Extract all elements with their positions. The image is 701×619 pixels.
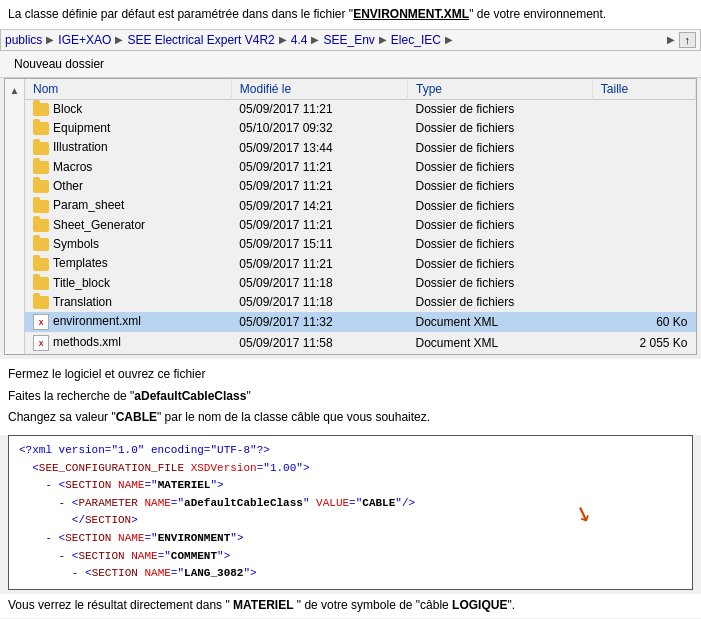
file-modified-cell: 05/09/2017 11:58	[231, 333, 407, 354]
file-name: Block	[53, 102, 82, 116]
column-size[interactable]: Taille	[592, 79, 695, 100]
file-size-cell	[592, 215, 695, 234]
nav-back-button[interactable]: ↑	[679, 32, 697, 48]
instruction-line2-post: "	[246, 389, 250, 403]
file-type-cell: Dossier de fichiers	[408, 235, 593, 254]
instruction-line1: Fermez le logiciel et ouvrez ce fichier	[8, 365, 693, 384]
file-size-cell	[592, 196, 695, 215]
file-name-cell: Title_block	[25, 273, 231, 292]
arrow-4: ▶	[311, 34, 319, 45]
search-term: aDefaultCableClass	[134, 389, 246, 403]
table-header-row: Nom Modifié le Type Taille	[25, 79, 696, 100]
file-name: Param_sheet	[53, 198, 124, 212]
final-text: Vous verrez le résultat directement dans…	[0, 594, 701, 618]
folder-icon	[33, 277, 49, 290]
file-size-cell	[592, 235, 695, 254]
file-modified-cell: 05/09/2017 13:44	[231, 138, 407, 157]
file-size-cell	[592, 254, 695, 273]
file-type-cell: Dossier de fichiers	[408, 157, 593, 176]
file-name: environment.xml	[53, 315, 141, 329]
path-segment-3: SEE Electrical Expert V4R2	[127, 33, 274, 47]
file-table: Nom Modifié le Type Taille Block05/09/20…	[25, 79, 696, 355]
code-line-8: - <SECTION NAME="LANG_3082">	[19, 565, 682, 583]
file-name-cell: Equipment	[25, 119, 231, 138]
column-type[interactable]: Type	[408, 79, 593, 100]
sidebar-up-arrow[interactable]: ▲	[10, 85, 20, 96]
path-segment-2: IGE+XAO	[58, 33, 111, 47]
arrow-6: ▶	[445, 34, 453, 45]
file-name: Other	[53, 179, 83, 193]
final-mid: " de votre symbole de "câble	[294, 598, 453, 612]
sidebar-nav: ▲	[5, 79, 25, 355]
file-name: Equipment	[53, 121, 110, 135]
table-row[interactable]: Block05/09/2017 11:21Dossier de fichiers	[25, 99, 696, 118]
table-row[interactable]: Illustration05/09/2017 13:44Dossier de f…	[25, 138, 696, 157]
final-post: ".	[507, 598, 515, 612]
toolbar: Nouveau dossier	[0, 51, 701, 78]
new-folder-button[interactable]: Nouveau dossier	[8, 55, 110, 73]
file-name-cell: Xenvironment.xml	[25, 312, 231, 333]
file-name: Translation	[53, 295, 112, 309]
table-row[interactable]: Sheet_Generator05/09/2017 11:21Dossier d…	[25, 215, 696, 234]
file-modified-cell: 05/09/2017 11:18	[231, 293, 407, 312]
table-row[interactable]: Other05/09/2017 11:21Dossier de fichiers	[25, 177, 696, 196]
file-modified-cell: 05/10/2017 09:32	[231, 119, 407, 138]
table-row[interactable]: Templates05/09/2017 11:21Dossier de fich…	[25, 254, 696, 273]
file-name-cell: Other	[25, 177, 231, 196]
file-type-cell: Dossier de fichiers	[408, 273, 593, 292]
code-line-1: <?xml version="1.0" encoding="UTF-8"?>	[19, 442, 682, 460]
path-segment-5: SEE_Env	[323, 33, 374, 47]
file-size-cell	[592, 293, 695, 312]
filename-highlight: ENVIRONMENT.XML	[353, 7, 469, 21]
file-type-cell: Document XML	[408, 312, 593, 333]
table-row[interactable]: Macros05/09/2017 11:21Dossier de fichier…	[25, 157, 696, 176]
file-name-cell: Symbols	[25, 235, 231, 254]
arrow-2: ▶	[115, 34, 123, 45]
final-bold2: LOGIQUE	[452, 598, 507, 612]
column-modified[interactable]: Modifié le	[231, 79, 407, 100]
file-type-cell: Dossier de fichiers	[408, 293, 593, 312]
folder-icon	[33, 122, 49, 135]
table-row[interactable]: Translation05/09/2017 11:18Dossier de fi…	[25, 293, 696, 312]
top-info-bar: La classe définie par défaut est paramét…	[0, 0, 701, 30]
file-size-cell	[592, 138, 695, 157]
table-row[interactable]: Xenvironment.xml05/09/2017 11:32Document…	[25, 312, 696, 333]
file-size-cell: 60 Ko	[592, 312, 695, 333]
table-row[interactable]: Title_block05/09/2017 11:18Dossier de fi…	[25, 273, 696, 292]
table-row[interactable]: Xmethods.xml05/09/2017 11:58Document XML…	[25, 333, 696, 354]
folder-icon	[33, 142, 49, 155]
browser-container: ▲ Nom Modifié le Type Taille Block05/09/…	[5, 79, 696, 355]
folder-icon	[33, 238, 49, 251]
file-size-cell	[592, 157, 695, 176]
file-type-cell: Dossier de fichiers	[408, 177, 593, 196]
xml-icon: X	[33, 335, 49, 351]
table-row[interactable]: Equipment05/10/2017 09:32Dossier de fich…	[25, 119, 696, 138]
folder-icon	[33, 258, 49, 271]
arrow-7: ▶	[667, 34, 675, 45]
table-row[interactable]: Param_sheet05/09/2017 14:21Dossier de fi…	[25, 196, 696, 215]
file-name: Illustration	[53, 140, 108, 154]
arrow-3: ▶	[279, 34, 287, 45]
folder-icon	[33, 219, 49, 232]
file-modified-cell: 05/09/2017 15:11	[231, 235, 407, 254]
column-name[interactable]: Nom	[25, 79, 231, 100]
folder-icon	[33, 161, 49, 174]
table-row[interactable]: Symbols05/09/2017 15:11Dossier de fichie…	[25, 235, 696, 254]
file-name-cell: Illustration	[25, 138, 231, 157]
cable-value: CABLE	[116, 410, 157, 424]
file-modified-cell: 05/09/2017 11:21	[231, 99, 407, 118]
bottom-section: Fermez le logiciel et ouvrez ce fichier …	[0, 359, 701, 435]
path-segment: publics	[5, 33, 42, 47]
file-name-cell: Translation	[25, 293, 231, 312]
file-name-cell: Sheet_Generator	[25, 215, 231, 234]
folder-icon	[33, 180, 49, 193]
file-name-cell: Macros	[25, 157, 231, 176]
file-type-cell: Dossier de fichiers	[408, 196, 593, 215]
file-name: methods.xml	[53, 336, 121, 350]
file-modified-cell: 05/09/2017 11:21	[231, 254, 407, 273]
file-name: Symbols	[53, 237, 99, 251]
path-input[interactable]	[457, 33, 663, 47]
file-type-cell: Dossier de fichiers	[408, 138, 593, 157]
file-modified-cell: 05/09/2017 11:21	[231, 157, 407, 176]
final-pre: Vous verrez le résultat directement dans…	[8, 598, 233, 612]
